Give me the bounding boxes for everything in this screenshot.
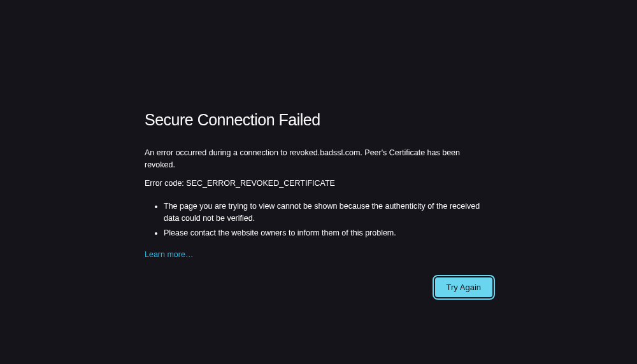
error-container: Secure Connection Failed An error occurr… [145,111,492,297]
error-code: Error code: SEC_ERROR_REVOKED_CERTIFICAT… [145,178,492,190]
error-details-list: The page you are trying to view cannot b… [145,200,492,239]
learn-more-link[interactable]: Learn more… [145,250,193,259]
error-title: Secure Connection Failed [145,111,492,129]
list-item: The page you are trying to view cannot b… [164,200,492,225]
list-item: Please contact the website owners to inf… [164,227,492,239]
error-message: An error occurred during a connection to… [145,147,492,171]
button-row: Try Again [145,277,492,297]
try-again-button[interactable]: Try Again [435,277,492,297]
